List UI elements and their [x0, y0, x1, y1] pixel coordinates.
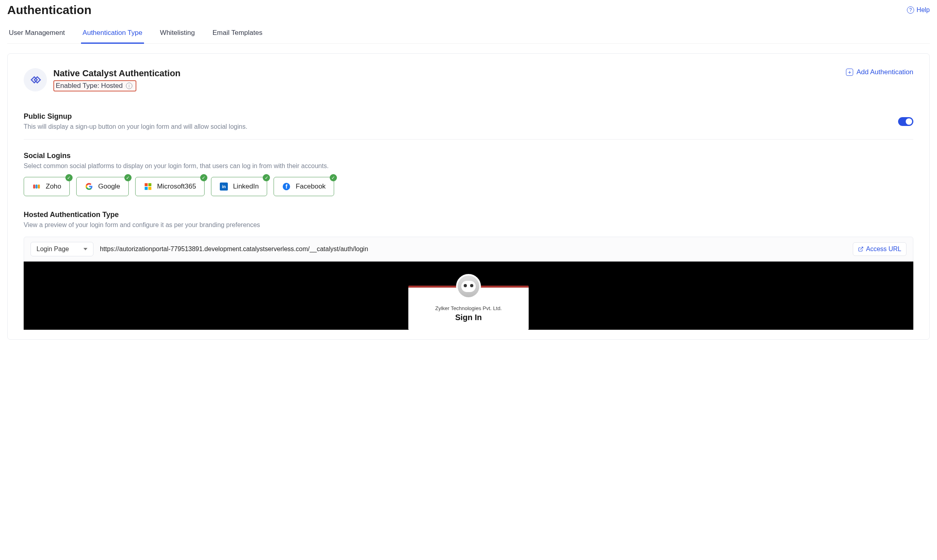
zoho-icon [32, 182, 41, 191]
social-chip-linkedin[interactable]: ✓ in LinkedIn [211, 177, 267, 196]
signin-card: Zylker Technologies Pvt. Ltd. Sign In [408, 286, 529, 330]
svg-rect-6 [148, 187, 151, 190]
svg-rect-5 [144, 187, 148, 190]
svg-rect-0 [33, 185, 35, 189]
linkedin-label: LinkedIn [233, 183, 259, 191]
social-chip-google[interactable]: ✓ Google [76, 177, 129, 196]
social-logins-title: Social Logins [24, 152, 913, 160]
check-icon: ✓ [65, 174, 73, 181]
check-icon: ✓ [200, 174, 207, 181]
external-link-icon [858, 246, 864, 252]
add-auth-label: Add Authentication [856, 68, 913, 76]
help-label: Help [917, 6, 930, 14]
page-select-dropdown[interactable]: Login Page [30, 242, 93, 256]
page-title: Authentication [7, 3, 91, 17]
toggle-knob [906, 118, 912, 125]
preview-bar: Login Page https://autorizationportal-77… [24, 237, 913, 262]
svg-rect-3 [144, 183, 148, 187]
svg-rect-4 [148, 183, 151, 187]
add-authentication-button[interactable]: + Add Authentication [846, 68, 913, 76]
help-icon: ? [907, 6, 914, 14]
facebook-icon: f [282, 182, 291, 191]
check-icon: ✓ [263, 174, 270, 181]
public-signup-desc: This will display a sign-up button on yo… [24, 123, 247, 130]
tab-authentication-type[interactable]: Authentication Type [81, 25, 144, 44]
microsoft-icon [144, 182, 152, 191]
social-chip-microsoft365[interactable]: ✓ Microsoft365 [135, 177, 205, 196]
native-auth-title: Native Catalyst Authentication [53, 68, 181, 79]
svg-line-11 [860, 247, 863, 250]
svg-rect-1 [36, 185, 38, 189]
public-signup-title: Public Signup [24, 112, 247, 121]
linkedin-icon: in [219, 182, 228, 191]
svg-rect-2 [38, 185, 40, 189]
tab-email-templates[interactable]: Email Templates [211, 25, 264, 44]
google-icon [85, 182, 93, 191]
info-icon[interactable]: i [126, 83, 132, 89]
enabled-type-badge: Enabled Type: Hosted i [53, 80, 136, 91]
help-link[interactable]: ? Help [907, 6, 930, 14]
public-signup-toggle[interactable] [898, 117, 913, 126]
hosted-url: https://autorizationportal-779513891.dev… [100, 246, 846, 253]
page-select-value: Login Page [37, 246, 69, 253]
chevron-down-icon [83, 248, 87, 250]
hosted-auth-title: Hosted Authentication Type [24, 211, 913, 219]
zoho-label: Zoho [46, 183, 61, 191]
enabled-type-label: Enabled Type: Hosted [56, 82, 123, 90]
plus-square-icon: + [846, 69, 853, 76]
public-signup-row: Public Signup This will display a sign-u… [24, 112, 913, 140]
login-preview-frame: Zylker Technologies Pvt. Ltd. Sign In [24, 262, 913, 330]
check-icon: ✓ [124, 174, 132, 181]
page-header: Authentication ? Help [7, 3, 930, 25]
hosted-auth-section: Hosted Authentication Type View a previe… [24, 211, 913, 330]
tab-user-management[interactable]: User Management [7, 25, 67, 44]
signin-title: Sign In [415, 313, 522, 322]
access-url-button[interactable]: Access URL [853, 242, 907, 256]
social-logins-section: Social Logins Select common social platf… [24, 152, 913, 196]
tab-whitelisting[interactable]: Whitelisting [158, 25, 197, 44]
native-auth-icon [24, 68, 47, 91]
svg-text:in: in [222, 184, 226, 189]
main-panel: Native Catalyst Authentication Enabled T… [7, 53, 930, 340]
facebook-label: Facebook [296, 183, 326, 191]
svg-text:f: f [286, 183, 288, 190]
social-chip-zoho[interactable]: ✓ Zoho [24, 177, 70, 196]
access-url-label: Access URL [866, 246, 901, 253]
check-icon: ✓ [330, 174, 337, 181]
social-logins-desc: Select common social platforms to displa… [24, 162, 913, 170]
social-chip-facebook[interactable]: ✓ f Facebook [274, 177, 334, 196]
google-label: Google [98, 183, 120, 191]
avatar [456, 274, 481, 299]
company-name: Zylker Technologies Pvt. Ltd. [415, 305, 522, 311]
tabs: User Management Authentication Type Whit… [7, 25, 930, 44]
microsoft-label: Microsoft365 [157, 183, 196, 191]
hosted-auth-desc: View a preview of your login form and co… [24, 221, 913, 229]
